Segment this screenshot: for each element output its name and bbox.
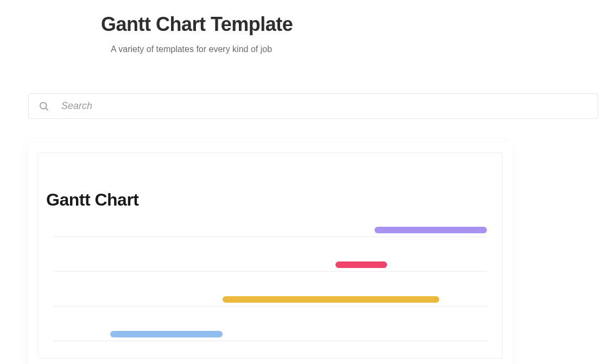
gantt-preview: Gantt Chart xyxy=(38,152,503,359)
gantt-rows xyxy=(39,229,502,341)
svg-point-0 xyxy=(40,102,47,108)
gantt-row xyxy=(54,264,487,272)
template-card[interactable]: Gantt Chart xyxy=(28,143,512,364)
page-title: Gantt Chart Template xyxy=(101,13,608,36)
search-icon xyxy=(39,101,49,112)
gantt-row xyxy=(54,229,487,237)
gantt-bar xyxy=(110,331,223,337)
gantt-title: Gantt Chart xyxy=(39,153,502,210)
search-input[interactable] xyxy=(61,100,588,112)
search-box[interactable] xyxy=(28,93,598,119)
gantt-row xyxy=(54,334,487,341)
gantt-bar xyxy=(335,261,388,268)
page-subtitle: A variety of templates for every kind of… xyxy=(101,44,608,54)
gantt-row xyxy=(54,299,487,306)
svg-line-1 xyxy=(46,108,48,110)
gantt-bar xyxy=(375,227,487,233)
gantt-bar xyxy=(223,296,439,303)
